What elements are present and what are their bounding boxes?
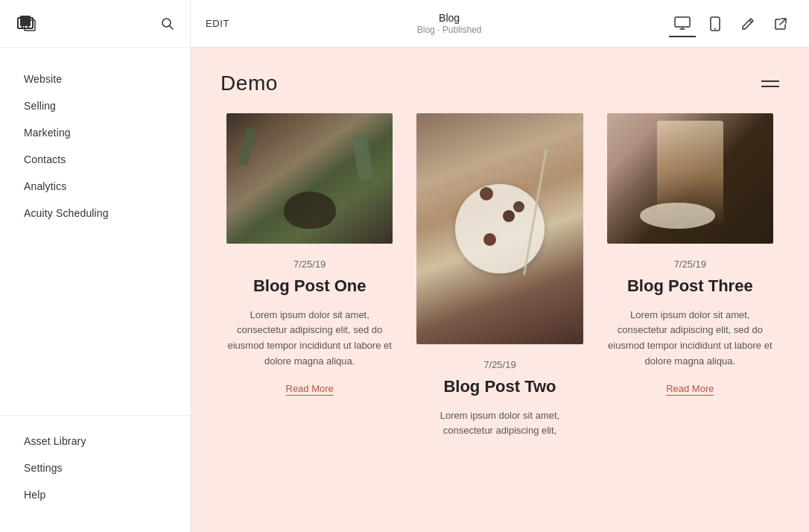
topbar-page-info: Blog Blog · Published [417, 12, 482, 35]
sidebar-header [0, 0, 190, 48]
post-one-title: Blog Post One [226, 276, 393, 297]
preview-content: Demo 7/25/19 Blog Post On [191, 48, 809, 532]
external-link-icon[interactable] [767, 10, 794, 37]
svg-line-6 [170, 25, 174, 29]
post-one-read-more[interactable]: Read More [286, 383, 334, 396]
sidebar-item-contacts[interactable]: Contacts [0, 146, 190, 173]
post-three-date: 7/25/19 [607, 259, 773, 270]
post-three-read-more[interactable]: Read More [666, 383, 714, 396]
blog-post-three: 7/25/19 Blog Post Three Lorem ipsum dolo… [595, 113, 785, 469]
sidebar-bottom-nav: Asset Library Settings Help [0, 415, 190, 532]
edit-design-icon[interactable] [735, 10, 761, 37]
squarespace-logo[interactable] [15, 10, 42, 37]
svg-rect-3 [20, 16, 31, 26]
sidebar-item-settings[interactable]: Settings [0, 455, 190, 481]
page-subtitle: Blog · Published [417, 25, 482, 35]
svg-line-13 [780, 19, 786, 25]
page-title: Blog [417, 12, 482, 24]
post-two-image [416, 113, 583, 344]
blog-post-two: 7/25/19 Blog Post Two Lorem ipsum dolor … [404, 113, 594, 469]
post-one-date: 7/25/19 [226, 259, 393, 270]
desktop-view-icon[interactable] [669, 10, 696, 37]
post-three-excerpt: Lorem ipsum dolor sit amet, consectetur … [607, 308, 773, 370]
sidebar-item-asset-library[interactable]: Asset Library [0, 428, 190, 455]
sidebar: Website Selling Marketing Contacts Analy… [0, 0, 191, 532]
sidebar-item-selling[interactable]: Selling [0, 92, 190, 119]
page-preview: Demo 7/25/19 Blog Post On [191, 48, 809, 532]
post-two-excerpt: Lorem ipsum dolor sit amet, consectetur … [416, 408, 583, 440]
hamburger-line-1 [761, 80, 779, 82]
post-two-title: Blog Post Two [416, 376, 583, 398]
blog-post-one: 7/25/19 Blog Post One Lorem ipsum dolor … [215, 113, 404, 469]
post-three-title: Blog Post Three [607, 276, 773, 297]
hamburger-menu[interactable] [761, 80, 779, 87]
site-header: Demo [191, 48, 809, 113]
site-title: Demo [221, 72, 278, 95]
blog-grid: 7/25/19 Blog Post One Lorem ipsum dolor … [191, 113, 809, 469]
post-two-date: 7/25/19 [416, 359, 583, 370]
sidebar-item-analytics[interactable]: Analytics [0, 173, 190, 200]
svg-line-12 [749, 20, 752, 22]
sidebar-item-acuity[interactable]: Acuity Scheduling [0, 200, 190, 227]
topbar: EDIT Blog Blog · Published [191, 0, 809, 48]
edit-button[interactable]: EDIT [206, 18, 229, 29]
post-three-image [607, 113, 773, 244]
post-one-excerpt: Lorem ipsum dolor sit amet, consectetur … [226, 308, 393, 370]
main-content: EDIT Blog Blog · Published [191, 0, 809, 532]
sidebar-item-help[interactable]: Help [0, 481, 190, 508]
svg-point-11 [714, 28, 716, 29]
topbar-actions [669, 10, 794, 37]
search-icon[interactable] [160, 16, 175, 31]
sidebar-item-website[interactable]: Website [0, 66, 190, 92]
post-one-image [226, 113, 393, 244]
main-nav: Website Selling Marketing Contacts Analy… [0, 48, 190, 403]
mobile-view-icon[interactable] [702, 10, 729, 37]
hamburger-line-2 [761, 86, 779, 87]
svg-rect-7 [675, 17, 690, 27]
sidebar-item-marketing[interactable]: Marketing [0, 119, 190, 146]
